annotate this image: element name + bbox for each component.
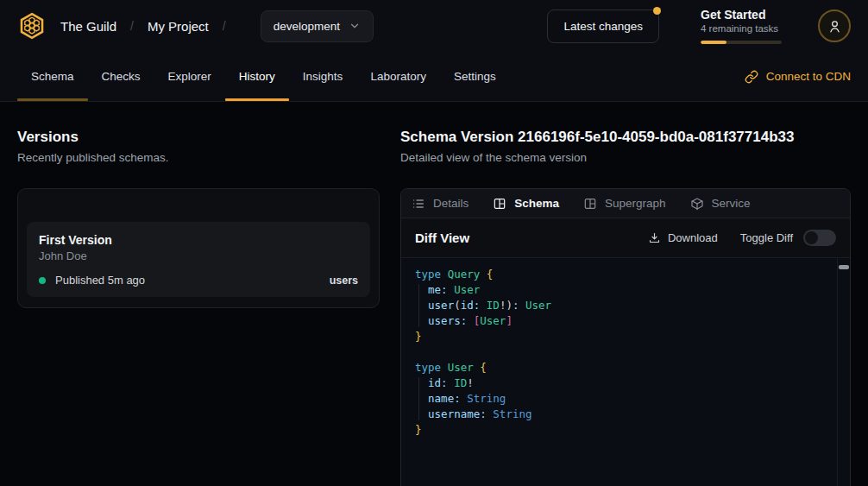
nav-tab-label: Schema — [31, 70, 74, 83]
connect-to-cdn-label: Connect to CDN — [766, 70, 851, 83]
code-line: name: String — [415, 391, 833, 407]
schema-version-panel: DetailsSchemaSupergraphService Diff View… — [400, 188, 851, 486]
nav-tab-label: Settings — [454, 70, 496, 83]
code-scrollbar-track[interactable] — [837, 258, 850, 486]
project-breadcrumb-link[interactable]: My Project — [148, 19, 209, 34]
diff-view-header: Diff View Download Toggle Diff — [401, 218, 850, 258]
get-started-progress-bar — [701, 41, 782, 44]
chevron-down-icon — [349, 20, 361, 32]
detail-tab-service[interactable]: Service — [690, 197, 751, 211]
nav-tab-label: Checks — [102, 70, 141, 83]
code-line: type User { — [415, 360, 833, 376]
nav-tab-history[interactable]: History — [225, 52, 289, 101]
nav-tab-label: History — [239, 70, 275, 83]
toggle-diff-switch[interactable] — [803, 230, 836, 246]
nav-tab-explorer[interactable]: Explorer — [154, 52, 225, 101]
nav-tab-label: Laboratory — [370, 70, 426, 83]
code-line: username: String — [415, 407, 833, 422]
version-detail-column: Schema Version 2166196f-5e10-4059-bd0a-0… — [400, 128, 851, 486]
version-author: John Doe — [39, 249, 358, 263]
nav-tab-label: Insights — [303, 70, 343, 83]
versions-title: Versions — [17, 128, 380, 147]
detail-tab-details[interactable]: Details — [412, 197, 469, 211]
version-list-item[interactable]: First Version John Doe Published 5m ago … — [27, 222, 370, 297]
schema-code-viewer[interactable]: type Query { me: User user(id: ID!): Use… — [401, 258, 850, 486]
detail-tab-supergraph[interactable]: Supergraph — [583, 197, 666, 211]
code-line: } — [415, 422, 833, 438]
list-icon — [412, 197, 425, 211]
indent-guide — [418, 377, 419, 420]
latest-changes-button[interactable]: Latest changes — [547, 9, 659, 43]
detail-tab-label: Supergraph — [605, 197, 666, 210]
code-scrollbar-thumb[interactable] — [839, 265, 849, 269]
nav-tab-schema[interactable]: Schema — [17, 52, 88, 101]
hive-logo-icon[interactable] — [17, 11, 47, 41]
version-name: First Version — [39, 232, 358, 248]
published-status-dot — [39, 277, 46, 284]
service-badge: users — [330, 275, 358, 287]
nav-tabs: SchemaChecksExplorerHistoryInsightsLabor… — [17, 52, 510, 101]
top-bar: The Guild / My Project / development Lat… — [0, 0, 868, 52]
version-detail-tabs: DetailsSchemaSupergraphService — [401, 189, 850, 218]
versions-column: Versions Recently published schemas. Fir… — [17, 128, 380, 486]
breadcrumb-separator: / — [130, 19, 134, 33]
code-line: me: User — [415, 282, 833, 298]
code-line: } — [415, 329, 833, 344]
nav-tab-underline — [225, 98, 289, 101]
target-selector-dropdown[interactable]: development — [261, 10, 374, 42]
target-selector-value: development — [274, 20, 340, 33]
nav-tab-label: Explorer — [168, 70, 211, 83]
org-breadcrumb-link[interactable]: The Guild — [60, 19, 116, 34]
get-started-subtitle: 4 remaining tasks — [701, 22, 782, 35]
columns-icon — [583, 197, 597, 211]
versions-subtitle: Recently published schemas. — [17, 150, 380, 166]
main-content: Versions Recently published schemas. Fir… — [0, 102, 868, 486]
detail-tab-schema[interactable]: Schema — [493, 197, 559, 211]
get-started-widget[interactable]: Get Started 4 remaining tasks — [701, 8, 782, 44]
detail-tab-label: Service — [712, 197, 751, 210]
nav-tab-checks[interactable]: Checks — [88, 52, 154, 101]
toggle-diff-label: Toggle Diff — [740, 231, 793, 244]
code-line: user(id: ID!): User — [415, 298, 833, 313]
person-icon — [827, 19, 842, 34]
code-line: type Query { — [415, 267, 833, 282]
toggle-diff-knob — [805, 231, 818, 244]
nav-tab-insights[interactable]: Insights — [289, 52, 357, 101]
connect-to-cdn-button[interactable]: Connect to CDN — [745, 52, 851, 101]
versions-list-card: First Version John Doe Published 5m ago … — [17, 188, 380, 308]
detail-tab-label: Schema — [514, 197, 559, 210]
get-started-title: Get Started — [701, 8, 782, 22]
version-status: Published 5m ago — [55, 274, 145, 287]
nav-tab-laboratory[interactable]: Laboratory — [356, 52, 440, 101]
code-line: users: [User] — [415, 313, 833, 329]
project-nav: SchemaChecksExplorerHistoryInsightsLabor… — [0, 52, 868, 102]
nav-tab-underline — [17, 98, 88, 101]
download-icon — [648, 231, 661, 244]
user-menu-button[interactable] — [818, 9, 851, 42]
schema-version-title: Schema Version 2166196f-5e10-4059-bd0a-0… — [400, 128, 851, 147]
code-line — [415, 344, 833, 360]
latest-changes-label: Latest changes — [563, 20, 643, 33]
schema-version-subtitle: Detailed view of the schema version — [400, 150, 851, 166]
code-content: type Query { me: User user(id: ID!): Use… — [415, 267, 833, 438]
diff-view-title: Diff View — [415, 230, 469, 245]
breadcrumb-separator: / — [223, 19, 226, 33]
cube-icon — [690, 197, 704, 211]
nav-tab-settings[interactable]: Settings — [440, 52, 510, 101]
indent-guide — [418, 284, 419, 327]
link-icon — [745, 70, 758, 84]
notification-dot — [653, 7, 661, 15]
columns-icon — [493, 197, 506, 211]
detail-tab-label: Details — [433, 197, 469, 210]
get-started-progress-fill — [701, 41, 726, 44]
code-line: id: ID! — [415, 376, 833, 391]
download-label: Download — [668, 231, 718, 244]
download-button[interactable]: Download — [648, 231, 718, 244]
